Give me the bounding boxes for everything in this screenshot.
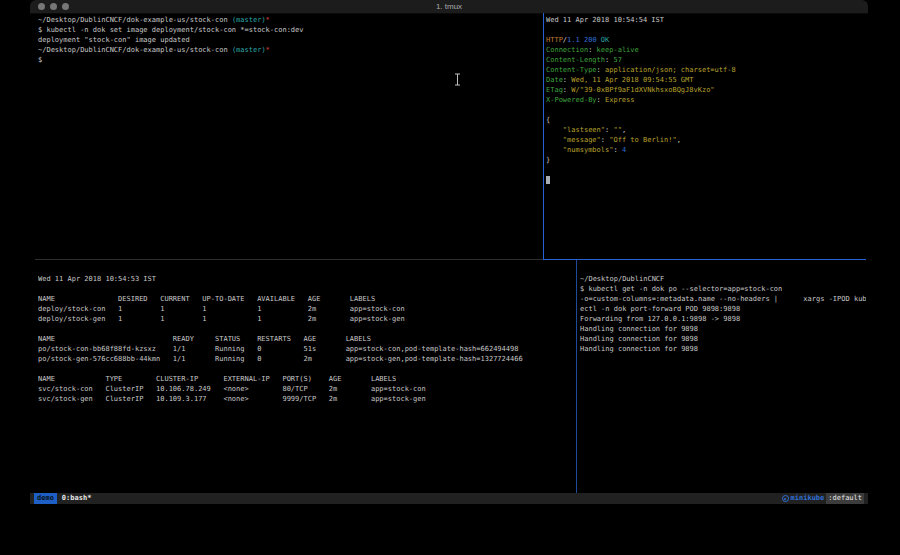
text-segment: "" — [613, 126, 621, 134]
terminal-line: { — [546, 115, 864, 125]
kube-status: minikube :default — [782, 493, 864, 504]
terminal-line: Handling connection for 9898 — [580, 344, 866, 354]
terminal-line: ~/Desktop/DublinCNCF/dok-example-us/stoc… — [38, 45, 538, 55]
terminal-line: Wed 11 Apr 2018 10:54:54 IST — [546, 15, 864, 25]
text-segment — [546, 176, 550, 184]
text-segment: po/stock-con-bb68f88fd-kzsxz 1/1 Running… — [38, 345, 518, 353]
text-segment: : — [597, 96, 605, 104]
pane-http-response[interactable]: Wed 11 Apr 2018 10:54:54 ISTHTTP/1.1 200… — [546, 15, 864, 255]
terminal-line: po/stock-con-bb68f88fd-kzsxz 1/1 Running… — [38, 344, 543, 354]
pane-divider-horizontal-left[interactable] — [35, 259, 543, 260]
terminal-line: Content-Type: application/json; charset=… — [546, 65, 864, 75]
text-segment: Connection — [546, 46, 588, 54]
terminal-line: Forwarding from 127.0.0.1:9898 -> 9898 — [580, 314, 866, 324]
terminal-line — [546, 165, 864, 175]
terminal-line — [38, 324, 543, 334]
text-segment — [546, 136, 563, 144]
text-segment: } — [546, 156, 550, 164]
text-segment: Wed 11 Apr 2018 10:54:54 IST — [546, 16, 664, 24]
text-segment: (master) — [232, 16, 266, 24]
pane-divider-vertical-top[interactable] — [543, 13, 544, 260]
text-segment: Date — [546, 76, 563, 84]
text-segment: svc/stock-gen ClusterIP 10.109.3.177 <no… — [38, 395, 426, 403]
text-segment: Content-Length — [546, 56, 605, 64]
text-segment: po/stock-gen-576cc688bb-44kmn 1/1 Runnin… — [38, 355, 523, 363]
text-segment: $ kubectl get -n dok po --selector=app=s… — [580, 285, 782, 293]
terminal-line: ETag: W/"39-0xBPf9aF1dXVNkhsxoBQgJ8vKzo" — [546, 85, 864, 95]
text-segment: Wed 11 Apr 2018 10:54:53 IST — [38, 275, 156, 283]
text-segment: "lastseen" — [563, 126, 605, 134]
close-button[interactable] — [38, 3, 45, 10]
terminal-line: X-Powered-By: Express — [546, 95, 864, 105]
text-segment: Handling connection for 9898 — [580, 345, 698, 353]
text-segment: : — [588, 46, 596, 54]
terminal-line: Content-Length: 57 — [546, 55, 864, 65]
terminal-line: ~/Desktop/DublinCNCF/dok-example-us/stoc… — [38, 15, 538, 25]
terminal-line: deployment "stock-con" image updated — [38, 35, 538, 45]
kube-namespace-label: :default — [826, 493, 864, 504]
terminal-line: deploy/stock-gen 1 1 1 1 2m app=stock-ge… — [38, 314, 543, 324]
terminal-window: 1. tmux ~/Desktop/DublinCNCF/dok-example… — [30, 0, 868, 506]
text-segment: application/json; charset=utf-8 — [605, 66, 736, 74]
terminal-line: -o=custom-columns=:metadata.name --no-he… — [580, 294, 866, 304]
terminal-line: svc/stock-gen ClusterIP 10.109.3.177 <no… — [38, 394, 543, 404]
window-title: 1. tmux — [30, 0, 868, 13]
text-segment: ~/Desktop/DublinCNCF/dok-example-us/stoc… — [38, 46, 232, 54]
pane-divider-vertical-bottom[interactable] — [576, 260, 577, 493]
tmux-window-label[interactable]: 0:bash* — [62, 493, 92, 504]
text-segment: 4 — [622, 146, 626, 154]
text-segment: Handling connection for 9898 — [580, 335, 698, 343]
text-segment: 200 — [584, 36, 597, 44]
text-segment: : — [601, 136, 609, 144]
terminal-line: "numsymbols": 4 — [546, 145, 864, 155]
terminal-line — [546, 105, 864, 115]
terminal-line: Date: Wed, 11 Apr 2018 09:54:55 GMT — [546, 75, 864, 85]
mouse-cursor-ibeam — [454, 73, 461, 86]
text-segment: "Off to Berlin!" — [609, 136, 676, 144]
terminal-line: Handling connection for 9898 — [580, 324, 866, 334]
terminal-line: $ kubectl -n dok set image deployment/st… — [38, 25, 538, 35]
terminal-line: svc/stock-con ClusterIP 10.106.78.249 <n… — [38, 384, 543, 394]
terminal-line: Wed 11 Apr 2018 10:54:53 IST — [38, 274, 543, 284]
terminal-line — [546, 175, 864, 185]
minimize-button[interactable] — [50, 3, 57, 10]
terminal-line: "lastseen": "", — [546, 125, 864, 135]
pane-shell-set-image[interactable]: ~/Desktop/DublinCNCF/dok-example-us/stoc… — [38, 15, 538, 255]
text-segment: { — [546, 116, 550, 124]
text-segment: : — [597, 66, 605, 74]
text-segment: deploy/stock-con 1 1 1 1 2m app=stock-co… — [38, 305, 405, 313]
kube-context-label: minikube — [791, 493, 825, 504]
text-segment: deploy/stock-gen 1 1 1 1 2m app=stock-ge… — [38, 315, 405, 323]
pane-port-forward[interactable]: ~/Desktop/DublinCNCF$ kubectl get -n dok… — [580, 274, 866, 489]
text-segment: $ kubectl -n dok set image deployment/st… — [38, 26, 304, 34]
tmux-session-badge[interactable]: demo — [34, 493, 57, 504]
terminal-line: NAME DESIRED CURRENT UP-TO-DATE AVAILABL… — [38, 294, 543, 304]
text-segment: NAME DESIRED CURRENT UP-TO-DATE AVAILABL… — [38, 295, 375, 303]
terminal-line — [38, 284, 543, 294]
text-segment: $ — [38, 56, 42, 64]
text-segment: NAME READY STATUS RESTARTS AGE LABELS — [38, 335, 371, 343]
text-segment: ~/Desktop/DublinCNCF — [580, 275, 664, 283]
text-segment: ectl -n dok port-forward POD 9898:9898 — [580, 305, 740, 313]
terminal-line: NAME READY STATUS RESTARTS AGE LABELS — [38, 334, 543, 344]
window-titlebar[interactable]: 1. tmux — [30, 0, 868, 14]
tmux-status-bar: demo 0:bash* minikube :default — [30, 493, 868, 504]
text-segment: Forwarding from 127.0.0.1:9898 -> 9898 — [580, 315, 740, 323]
text-segment: "message" — [563, 136, 601, 144]
text-segment — [546, 126, 563, 134]
text-segment: "numsymbols" — [563, 146, 614, 154]
text-segment: ~/Desktop/DublinCNCF/dok-example-us/stoc… — [38, 16, 232, 24]
text-segment: , — [677, 136, 681, 144]
terminal-line: Handling connection for 9898 — [580, 334, 866, 344]
terminal-line: po/stock-gen-576cc688bb-44kmn 1/1 Runnin… — [38, 354, 543, 364]
zoom-button[interactable] — [62, 3, 69, 10]
text-segment: deployment "stock-con" image updated — [38, 36, 190, 44]
text-segment: -o=custom-columns=:metadata.name --no-he… — [580, 295, 866, 303]
terminal-line: deploy/stock-con 1 1 1 1 2m app=stock-co… — [38, 304, 543, 314]
text-segment: * — [266, 46, 270, 54]
terminal-line — [38, 364, 543, 374]
pane-kubectl-get[interactable]: Wed 11 Apr 2018 10:54:53 ISTNAME DESIRED… — [38, 274, 543, 489]
text-segment: W/"39-0xBPf9aF1dXVNkhsxoBQgJ8vKzo" — [571, 86, 714, 94]
pane-divider-horizontal-right[interactable] — [543, 259, 866, 260]
kubernetes-wheel-icon — [782, 495, 789, 502]
